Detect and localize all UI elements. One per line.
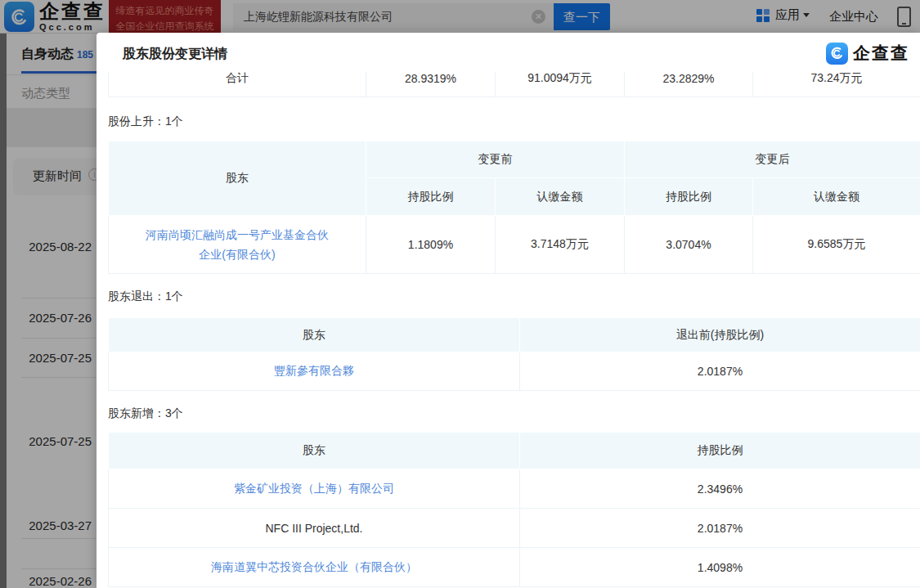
ratio-cell: 2.3496% <box>520 469 920 509</box>
shareholder-name-cell: 河南尚顷汇融尚成一号产业基金合伙企业(有限合伙) <box>109 216 366 274</box>
qcc-swirl-icon <box>830 46 845 61</box>
shareholder-change-modal: 股东股份变更详情 企查查 合计 28.9319% 91.0094万元 23.28… <box>96 33 920 588</box>
brand-name: 企查查 <box>853 42 909 65</box>
modal-brand: 企查查 <box>826 42 909 65</box>
qcc-logo-icon <box>826 43 848 65</box>
col-after-ratio: 持股比例 <box>625 178 753 216</box>
exit-ratio-cell: 2.0187% <box>520 352 920 391</box>
modal-title: 股东股份变更详情 <box>123 46 227 63</box>
page: 企查查 Qcc.com 缔造有远见的商业传奇 全国企业信用查询系统 上海屹锂新能… <box>0 0 920 588</box>
after-ratio-cell: 3.0704% <box>625 216 753 274</box>
summary-after-ratio: 23.2829% <box>625 72 753 97</box>
table-header-row: 股东 退出前(持股比例) <box>109 318 920 352</box>
col-before-exit-ratio: 退出前(持股比例) <box>520 318 920 352</box>
before-amount-cell: 3.7148万元 <box>496 216 625 274</box>
section-new-label: 股东新增：3个 <box>108 405 183 421</box>
summary-before-amount: 91.0094万元 <box>496 72 625 97</box>
ratio-cell: 2.0187% <box>520 509 920 548</box>
table-row: 紫金矿业投资（上海）有限公司 2.3496% <box>109 469 920 509</box>
shareholder-name-cell: 豐新參有限合夥 <box>109 352 520 391</box>
col-shareholder: 股东 <box>109 141 366 216</box>
ratio-cell: 1.4098% <box>520 548 920 587</box>
table-header-row: 股东 变更前 变更后 <box>109 141 920 178</box>
col-before-amount: 认缴金额 <box>496 178 625 216</box>
summary-after-amount: 73.24万元 <box>753 72 920 97</box>
shareholder-name-cell: NFC III Project,Ltd. <box>109 509 520 548</box>
summary-label-cell: 合计 <box>109 72 366 97</box>
new-table: 股东 持股比例 紫金矿业投资（上海）有限公司 2.3496% NFC III P… <box>108 432 920 587</box>
table-header-row: 股东 持股比例 <box>109 433 920 469</box>
exit-table: 股东 退出前(持股比例) 豐新參有限合夥 2.0187% <box>108 317 920 391</box>
shareholder-link[interactable]: 河南尚顷汇融尚成一号产业基金合伙企业(有限合伙) <box>146 228 329 261</box>
section-exit-label: 股东退出：1个 <box>108 288 183 304</box>
section-up-label: 股份上升：1个 <box>108 113 183 129</box>
shareholder-link[interactable]: 豐新參有限合夥 <box>274 364 354 377</box>
summary-table: 合计 28.9319% 91.0094万元 23.2829% 73.24万元 <box>108 72 920 97</box>
shareholder-name-cell: 海南道翼中芯投资合伙企业（有限合伙） <box>109 548 520 587</box>
shareholder-link[interactable]: 海南道翼中芯投资合伙企业（有限合伙） <box>211 560 417 573</box>
col-ratio: 持股比例 <box>520 433 920 469</box>
shareholder-name-cell: 紫金矿业投资（上海）有限公司 <box>109 469 520 509</box>
table-row: 海南道翼中芯投资合伙企业（有限合伙） 1.4098% <box>109 548 920 587</box>
table-row: 合计 28.9319% 91.0094万元 23.2829% 73.24万元 <box>109 72 920 97</box>
up-table: 股东 变更前 变更后 持股比例 认缴金额 持股比例 认缴金额 河南尚顷汇融尚成一… <box>108 141 920 274</box>
col-before-group: 变更前 <box>366 141 625 178</box>
shareholder-link[interactable]: 紫金矿业投资（上海）有限公司 <box>234 482 394 495</box>
summary-before-ratio: 28.9319% <box>366 72 496 97</box>
col-after-group: 变更后 <box>625 141 920 178</box>
col-before-ratio: 持股比例 <box>366 178 496 216</box>
before-ratio-cell: 1.1809% <box>366 216 496 274</box>
table-row: 河南尚顷汇融尚成一号产业基金合伙企业(有限合伙) 1.1809% 3.7148万… <box>109 216 920 274</box>
col-shareholder: 股东 <box>109 318 520 352</box>
col-after-amount: 认缴金额 <box>753 178 920 216</box>
after-amount-cell: 9.6585万元 <box>753 216 920 274</box>
table-row: 豐新參有限合夥 2.0187% <box>109 352 920 391</box>
summary-table-clipped: 合计 28.9319% 91.0094万元 23.2829% 73.24万元 <box>108 72 920 98</box>
table-row: NFC III Project,Ltd. 2.0187% <box>109 509 920 548</box>
col-shareholder: 股东 <box>109 433 520 469</box>
